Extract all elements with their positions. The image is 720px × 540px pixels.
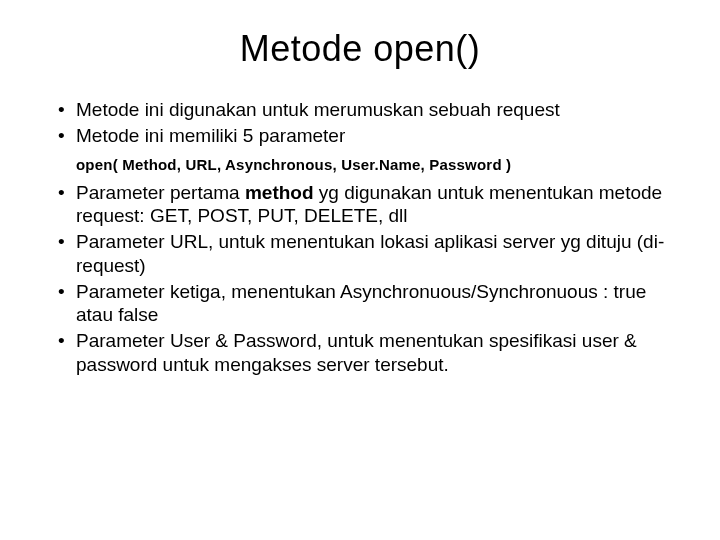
bold-text: method: [245, 182, 314, 203]
list-item: Parameter User & Password, untuk menentu…: [50, 329, 670, 377]
list-item: Metode ini digunakan untuk merumuskan se…: [50, 98, 670, 122]
slide: Metode open() Metode ini digunakan untuk…: [0, 0, 720, 540]
bullet-list-2: Parameter pertama method yg digunakan un…: [50, 181, 670, 377]
code-signature: open( Method, URL, Asynchronous, User.Na…: [76, 156, 670, 173]
slide-title: Metode open(): [50, 28, 670, 70]
list-item: Parameter ketiga, menentukan Asynchronuo…: [50, 280, 670, 328]
text-span: Parameter pertama: [76, 182, 245, 203]
bullet-list: Metode ini digunakan untuk merumuskan se…: [50, 98, 670, 148]
list-item: Parameter pertama method yg digunakan un…: [50, 181, 670, 229]
list-item: Metode ini memiliki 5 parameter: [50, 124, 670, 148]
list-item: Parameter URL, untuk menentukan lokasi a…: [50, 230, 670, 278]
